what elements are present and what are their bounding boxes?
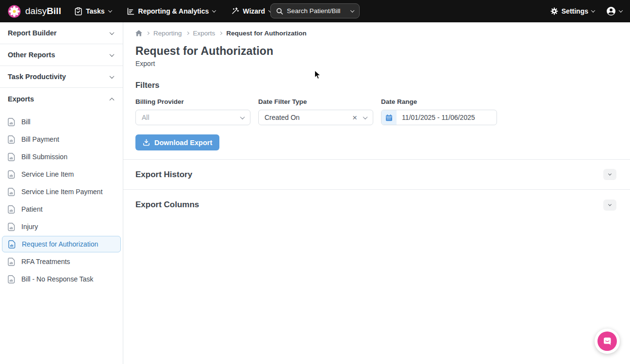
billing-provider-value: All	[142, 114, 241, 121]
chat-bubble-icon	[597, 331, 617, 351]
date-filter-type-label: Date Filter Type	[258, 98, 373, 105]
sidebar: Report Builder Other Reports Task Produc…	[0, 22, 123, 364]
sidebar-item-bill-submission[interactable]: Bill Submission	[0, 148, 123, 165]
report-document-icon	[8, 153, 15, 161]
sidebar-item-service-line-item-payment[interactable]: Service Line Item Payment	[0, 183, 123, 200]
magic-wand-icon	[231, 7, 239, 15]
export-columns-toggle-button[interactable]	[603, 199, 616, 211]
billing-provider-label: Billing Provider	[135, 98, 250, 105]
main-nav: Tasks Reporting & Analytics	[75, 7, 272, 16]
topbar: daisyBill Tasks Re	[0, 0, 630, 22]
bar-chart-icon	[127, 8, 134, 15]
sidebar-item-label: Patient	[21, 205, 43, 213]
chat-launcher[interactable]	[595, 329, 620, 354]
page-subtitle: Export	[123, 60, 630, 67]
date-filter-type-select[interactable]: Created On ×	[258, 110, 373, 125]
chevron-down-icon	[619, 8, 623, 12]
export-history-toggle-button[interactable]	[603, 169, 616, 180]
brand-logo[interactable]: daisyBill	[8, 5, 61, 18]
report-document-icon	[8, 275, 15, 283]
sidebar-item-label: Bill Submission	[21, 153, 67, 161]
breadcrumb: Reporting Exports Request for Authorizat…	[123, 22, 630, 37]
breadcrumb-reporting[interactable]: Reporting	[153, 30, 182, 37]
sidebar-item-request-for-authorization[interactable]: Request for Authorization	[2, 236, 121, 252]
user-menu[interactable]	[606, 6, 622, 16]
sidebar-item-label: Bill - No Response Task	[21, 275, 93, 283]
sidebar-item-injury[interactable]: Injury	[0, 218, 123, 235]
sidebar-item-bill[interactable]: Bill	[0, 113, 123, 131]
date-range-label: Date Range	[381, 98, 497, 105]
sidebar-item-label: Request for Authorization	[22, 240, 98, 248]
sidebar-item-label: Service Line Item	[21, 170, 74, 178]
download-icon	[143, 139, 150, 146]
date-range-field: Date Range	[381, 98, 497, 125]
chevron-down-icon	[110, 52, 115, 57]
sidebar-section-report-builder[interactable]: Report Builder	[0, 22, 123, 44]
chevron-down-icon	[363, 115, 368, 119]
nav-reporting-analytics[interactable]: Reporting & Analytics	[127, 7, 216, 15]
sidebar-item-rfa-treatments[interactable]: RFA Treatments	[0, 253, 123, 270]
chevron-down-icon	[591, 8, 595, 12]
export-columns-section: Export Columns	[123, 190, 630, 220]
exports-list: Bill Bill Payment Bill Submission Servic…	[0, 110, 123, 288]
chevron-down-icon	[110, 74, 115, 79]
chevron-down-icon	[108, 8, 112, 12]
clear-icon[interactable]: ×	[352, 114, 357, 122]
sidebar-item-label: Service Line Item Payment	[21, 188, 102, 196]
calendar-icon	[381, 110, 397, 125]
report-document-icon	[8, 170, 15, 179]
report-document-icon	[8, 258, 15, 266]
gear-icon	[550, 7, 558, 15]
export-history-title: Export History	[135, 170, 192, 180]
section-label: Other Reports	[8, 51, 55, 59]
report-document-icon	[8, 188, 15, 196]
breadcrumb-separator	[186, 32, 189, 35]
nav-wizard[interactable]: Wizard	[231, 7, 272, 15]
date-filter-type-field: Date Filter Type Created On ×	[258, 98, 373, 125]
daisy-logo-icon	[8, 5, 21, 18]
breadcrumb-exports[interactable]: Exports	[193, 30, 216, 37]
nav-tasks[interactable]: Tasks	[75, 7, 112, 16]
billing-provider-select[interactable]: All	[135, 110, 250, 125]
sidebar-section-exports[interactable]: Exports	[0, 88, 123, 110]
sidebar-item-patient[interactable]: Patient	[0, 200, 123, 218]
sidebar-item-service-line-item[interactable]: Service Line Item	[0, 165, 123, 183]
date-range-value: 11/01/2025 - 11/06/2025	[397, 114, 475, 121]
sidebar-item-label: Bill Payment	[21, 135, 59, 143]
chevron-up-icon	[110, 98, 115, 102]
report-document-icon	[8, 118, 15, 126]
date-filter-type-value: Created On	[265, 114, 352, 121]
main-content: Reporting Exports Request for Authorizat…	[123, 22, 630, 364]
chevron-down-icon	[212, 8, 216, 12]
sidebar-item-label: Bill	[21, 118, 31, 126]
home-icon[interactable]	[135, 30, 142, 36]
settings-menu[interactable]: Settings	[550, 7, 595, 15]
sidebar-item-bill-no-response-task[interactable]: Bill - No Response Task	[0, 270, 123, 288]
filters-heading: Filters	[123, 81, 630, 90]
sidebar-section-other-reports[interactable]: Other Reports	[0, 44, 123, 66]
sidebar-section-task-productivity[interactable]: Task Productivity	[0, 66, 123, 88]
breadcrumb-separator	[219, 32, 222, 35]
sidebar-item-bill-payment[interactable]: Bill Payment	[0, 131, 123, 148]
tasks-clipboard-icon	[75, 7, 82, 16]
report-document-icon	[8, 135, 15, 144]
section-label: Exports	[8, 95, 34, 103]
download-export-label: Download Export	[154, 139, 212, 147]
report-document-icon	[8, 205, 15, 214]
chevron-down-icon	[608, 172, 612, 176]
date-range-input[interactable]: 11/01/2025 - 11/06/2025	[381, 110, 497, 125]
download-export-button[interactable]: Download Export	[135, 134, 219, 150]
section-label: Report Builder	[8, 29, 57, 37]
global-search[interactable]: Search Patient/Bill	[270, 3, 360, 18]
report-document-icon	[8, 223, 15, 231]
nav-wizard-label: Wizard	[243, 7, 265, 15]
chevron-down-icon	[110, 30, 115, 35]
sidebar-item-label: RFA Treatments	[21, 258, 70, 265]
nav-tasks-label: Tasks	[86, 7, 105, 15]
filters-row: Billing Provider All Date Filter Type Cr…	[123, 98, 630, 125]
search-label: Search Patient/Bill	[287, 7, 340, 15]
chevron-down-icon	[350, 8, 354, 12]
page-title: Request for Authorization	[123, 45, 630, 58]
sidebar-item-label: Injury	[21, 223, 38, 231]
section-label: Task Productivity	[8, 73, 66, 81]
